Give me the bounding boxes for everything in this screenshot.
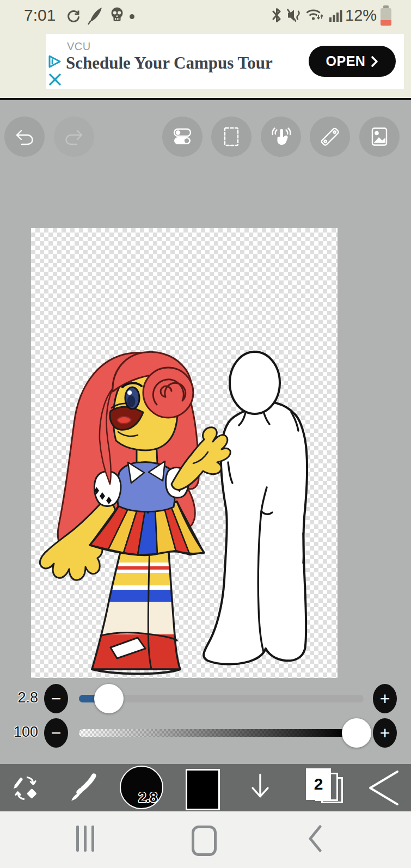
- adchoices-icon[interactable]: [47, 54, 63, 69]
- brush-icon: [66, 771, 99, 804]
- selection-button[interactable]: [211, 117, 251, 157]
- ad-banner-area: VCU Schedule Your Campus Tour OPEN: [0, 31, 411, 98]
- back-button[interactable]: [306, 824, 324, 855]
- recents-icon: [76, 826, 79, 852]
- chevron-right-icon: [371, 56, 378, 68]
- home-icon: [192, 826, 217, 856]
- layers-count: 2: [314, 775, 323, 793]
- selection-icon: [219, 125, 243, 149]
- brush-size-preview[interactable]: 2.8: [120, 766, 163, 809]
- redo-button[interactable]: [54, 117, 94, 157]
- brush-tool-button[interactable]: [66, 771, 99, 804]
- signal-icon: [328, 7, 344, 23]
- ad-card[interactable]: VCU Schedule Your Campus Tour OPEN: [46, 34, 404, 89]
- sync-icon: [65, 8, 82, 24]
- sketch-figure: [204, 352, 307, 664]
- toggles-icon: [170, 125, 194, 149]
- bluetooth-icon: [271, 7, 283, 24]
- down-arrow-button[interactable]: [244, 771, 277, 804]
- status-bar: 7:01: [0, 0, 411, 31]
- pen-eraser-swap-icon: [8, 772, 45, 804]
- battery-percent: 12%: [345, 7, 377, 25]
- brush-size-minus-button[interactable]: −: [44, 684, 68, 713]
- layers-button[interactable]: 2: [304, 768, 348, 808]
- tool-property-button[interactable]: [162, 117, 203, 157]
- recents-button[interactable]: [76, 826, 101, 852]
- ad-advertiser: VCU: [67, 40, 91, 53]
- color-swatch[interactable]: [186, 769, 220, 810]
- bottom-toolbar: 2.8 2: [0, 764, 411, 811]
- clock: 7:01: [24, 6, 56, 25]
- layer-sheet-front: 2: [306, 768, 331, 800]
- ad-open-button[interactable]: OPEN: [309, 46, 396, 77]
- transform-hand-button[interactable]: [261, 117, 301, 157]
- pen-eraser-swap-button[interactable]: [8, 772, 45, 804]
- phone-screen: 7:01: [0, 0, 411, 868]
- ruler-button[interactable]: [310, 117, 350, 157]
- opacity-plus-button[interactable]: +: [373, 718, 397, 748]
- redo-icon: [62, 125, 86, 149]
- canvas-artwork: [31, 228, 338, 678]
- notification-dot: [130, 14, 134, 19]
- image-icon: [367, 125, 391, 149]
- back-tool-button[interactable]: [364, 769, 404, 807]
- home-button[interactable]: [192, 826, 217, 856]
- app-top-divider: [0, 98, 411, 100]
- opacity-slider-track[interactable]: [79, 729, 364, 737]
- opacity-minus-button[interactable]: −: [44, 718, 68, 748]
- drawing-canvas[interactable]: [31, 228, 338, 678]
- undo-button[interactable]: [4, 117, 45, 157]
- battery-icon: [379, 5, 393, 27]
- opacity-slider-thumb[interactable]: [342, 718, 371, 748]
- ad-open-label: OPEN: [326, 53, 366, 69]
- brush-size-plus-button[interactable]: +: [373, 684, 397, 713]
- character-figure: [40, 352, 230, 674]
- hand-icon: [269, 125, 293, 149]
- brush-size-badge: 2.8: [138, 790, 157, 805]
- brush-size-slider-thumb[interactable]: [94, 684, 124, 713]
- android-nav-bar: [0, 811, 411, 868]
- skull-icon: [108, 6, 126, 25]
- mute-vibrate-icon: [286, 7, 303, 23]
- ad-headline: Schedule Your Campus Tour: [66, 53, 273, 73]
- ruler-icon: [318, 125, 342, 149]
- wifi-icon: [305, 7, 324, 23]
- brush-size-value: 2.8: [8, 689, 38, 706]
- close-x-icon[interactable]: [48, 73, 62, 86]
- opacity-value: 100: [8, 724, 38, 741]
- feather-icon: [86, 6, 105, 26]
- down-arrow-icon: [244, 771, 277, 804]
- back-arrow-icon: [364, 769, 404, 807]
- material-button[interactable]: [359, 117, 400, 157]
- undo-icon: [13, 125, 36, 149]
- back-chevron-icon: [306, 824, 324, 853]
